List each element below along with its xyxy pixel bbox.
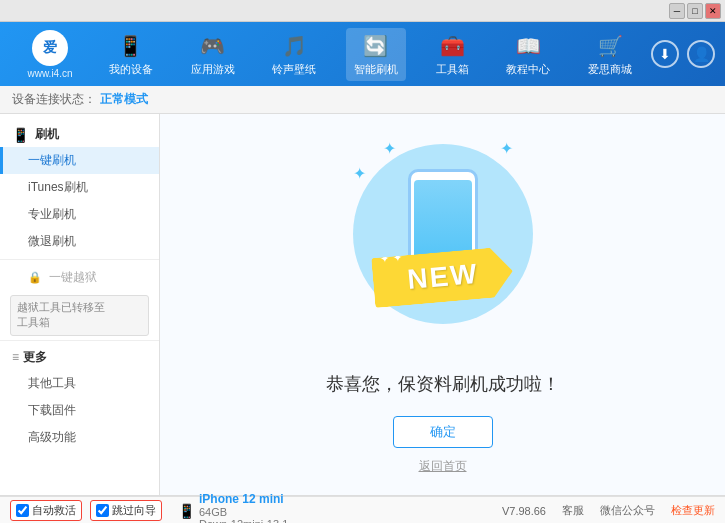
sidebar-group-more[interactable]: ≡ 更多 (0, 345, 159, 370)
other-tools-label: 其他工具 (28, 376, 76, 390)
pro-flash-label: 专业刷机 (28, 207, 76, 221)
sidebar-notice: 越狱工具已转移至工具箱 (10, 295, 149, 336)
logo-icon: 爱 (43, 39, 57, 57)
jailbreak-label: 一键越狱 (49, 270, 97, 284)
nav-toolbox-label: 工具箱 (436, 62, 469, 77)
device-name: iPhone 12 mini (199, 492, 288, 506)
sparkle-2: ✦ (353, 164, 366, 183)
nav-apps[interactable]: 🎮 应用游戏 (183, 28, 243, 81)
nav-smart-flash[interactable]: 🔄 智能刷机 (346, 28, 406, 81)
sidebar-notice-text: 越狱工具已转移至工具箱 (17, 301, 105, 328)
skip-wizard-checkbox-container: 跳过向导 (90, 500, 162, 521)
wechat-official-link[interactable]: 微信公众号 (600, 503, 655, 518)
nav-right: ⬇ 👤 (651, 40, 715, 68)
minimize-button[interactable]: ─ (669, 3, 685, 19)
flash-group-icon: 📱 (12, 127, 29, 143)
shop-icon: 🛒 (596, 32, 624, 60)
device-phone-icon: 📱 (178, 503, 195, 519)
apps-icon: 🎮 (199, 32, 227, 60)
tutorial-icon: 📖 (514, 32, 542, 60)
sidebar: 📱 刷机 一键刷机 iTunes刷机 专业刷机 微退刷机 🔒 一键越狱 越狱工具… (0, 114, 160, 495)
status-label: 设备连接状态： (12, 91, 96, 108)
logo[interactable]: 爱 www.i4.cn (10, 30, 90, 79)
device-storage: 64GB (199, 506, 288, 518)
logo-circle: 爱 (32, 30, 68, 66)
sidebar-item-pro-flash[interactable]: 专业刷机 (0, 201, 159, 228)
nav-items: 📱 我的设备 🎮 应用游戏 🎵 铃声壁纸 🔄 智能刷机 🧰 工具箱 📖 教程中心… (90, 28, 651, 81)
nav-shop[interactable]: 🛒 爱思商城 (580, 28, 640, 81)
sidebar-item-one-key-flash[interactable]: 一键刷机 (0, 147, 159, 174)
bottom-right: V7.98.66 客服 微信公众号 检查更新 (502, 503, 715, 518)
nav-ringtones[interactable]: 🎵 铃声壁纸 (264, 28, 324, 81)
my-device-icon: 📱 (117, 32, 145, 60)
sidebar-item-downgrade-flash[interactable]: 微退刷机 (0, 228, 159, 255)
nav-ringtones-label: 铃声壁纸 (272, 62, 316, 77)
nav-shop-label: 爱思商城 (588, 62, 632, 77)
top-nav: 爱 www.i4.cn 📱 我的设备 🎮 应用游戏 🎵 铃声壁纸 🔄 智能刷机 … (0, 22, 725, 86)
title-bar: ─ □ ✕ (0, 0, 725, 22)
nav-toolbox[interactable]: 🧰 工具箱 (428, 28, 477, 81)
confirm-button[interactable]: 确定 (393, 416, 493, 448)
sparkle-3: ✦ (500, 139, 513, 158)
skip-wizard-label: 跳过向导 (112, 503, 156, 518)
sidebar-item-advanced[interactable]: 高级功能 (0, 424, 159, 451)
sidebar-group-flash[interactable]: 📱 刷机 (0, 122, 159, 147)
sidebar-divider-1 (0, 259, 159, 260)
close-button[interactable]: ✕ (705, 3, 721, 19)
logo-url: www.i4.cn (27, 68, 72, 79)
new-text: NEW (406, 258, 480, 296)
device-info: 📱 iPhone 12 mini 64GB Down-12mini-13.1 (178, 492, 288, 524)
status-value: 正常模式 (100, 91, 148, 108)
main-layout: 📱 刷机 一键刷机 iTunes刷机 专业刷机 微退刷机 🔒 一键越狱 越狱工具… (0, 114, 725, 495)
nav-my-device-label: 我的设备 (109, 62, 153, 77)
maximize-button[interactable]: □ (687, 3, 703, 19)
customer-service-link[interactable]: 客服 (562, 503, 584, 518)
advanced-label: 高级功能 (28, 430, 76, 444)
nav-my-device[interactable]: 📱 我的设备 (101, 28, 161, 81)
toolbox-icon: 🧰 (438, 32, 466, 60)
sidebar-item-download-firmware[interactable]: 下载固件 (0, 397, 159, 424)
status-bar: 设备连接状态： 正常模式 (0, 86, 725, 114)
nav-smart-flash-label: 智能刷机 (354, 62, 398, 77)
sidebar-divider-2 (0, 340, 159, 341)
check-update-link[interactable]: 检查更新 (671, 503, 715, 518)
more-group-icon: ≡ (12, 350, 19, 364)
content-area: ✦ ✦ ✦ ✦ ✦ NEW 恭喜您，保资料刷机成功啦！ 确定 返回首页 (160, 114, 725, 495)
user-button[interactable]: 👤 (687, 40, 715, 68)
phone-illustration: ✦ ✦ ✦ ✦ ✦ NEW (343, 134, 543, 352)
smart-flash-icon: 🔄 (362, 32, 390, 60)
nav-apps-label: 应用游戏 (191, 62, 235, 77)
sidebar-item-other-tools[interactable]: 其他工具 (0, 370, 159, 397)
version-label: V7.98.66 (502, 505, 546, 517)
auto-backup-checkbox[interactable] (16, 504, 29, 517)
nav-tutorial[interactable]: 📖 教程中心 (498, 28, 558, 81)
nav-tutorial-label: 教程中心 (506, 62, 550, 77)
itunes-flash-label: iTunes刷机 (28, 180, 88, 194)
downgrade-flash-label: 微退刷机 (28, 234, 76, 248)
sidebar-group-more-label: 更多 (23, 349, 47, 366)
device-detail: Down-12mini-13.1 (199, 518, 288, 524)
one-key-flash-label: 一键刷机 (28, 153, 76, 167)
download-button[interactable]: ⬇ (651, 40, 679, 68)
auto-backup-checkbox-container: 自动救活 (10, 500, 82, 521)
sidebar-item-jailbreak: 🔒 一键越狱 (0, 264, 159, 291)
ringtones-icon: 🎵 (280, 32, 308, 60)
sidebar-group-flash-label: 刷机 (35, 126, 59, 143)
sidebar-item-itunes-flash[interactable]: iTunes刷机 (0, 174, 159, 201)
auto-backup-label: 自动救活 (32, 503, 76, 518)
go-home-link[interactable]: 返回首页 (419, 458, 467, 475)
skip-wizard-checkbox[interactable] (96, 504, 109, 517)
success-message: 恭喜您，保资料刷机成功啦！ (326, 372, 560, 396)
download-firmware-label: 下载固件 (28, 403, 76, 417)
sparkle-1: ✦ (383, 139, 396, 158)
